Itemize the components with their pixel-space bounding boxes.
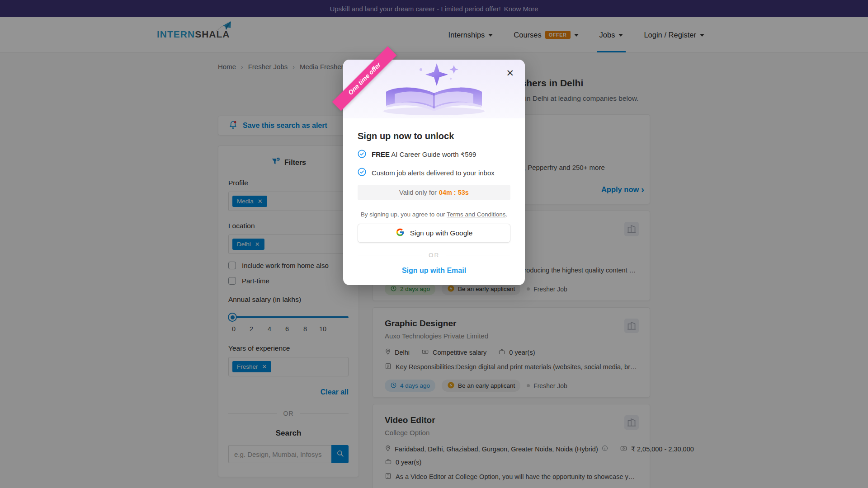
modal-title: Sign up now to unlock — [358, 131, 510, 141]
signup-modal: One time offer ✕ — [343, 60, 525, 285]
benefit-career-guide: FREE AI Career Guide worth ₹599 — [358, 150, 510, 160]
close-icon[interactable]: ✕ — [506, 68, 514, 79]
countdown-timer: 04m : 53s — [439, 189, 469, 196]
benefit-job-alerts: Custom job alerts delivered to your inbo… — [358, 168, 510, 178]
page: Upskill and land your dream career - Lim… — [0, 0, 868, 488]
modal-or-divider: OR — [358, 252, 510, 258]
terms-link[interactable]: Terms and Conditions — [447, 211, 506, 218]
terms-line: By signing up, you agree to our Terms an… — [358, 211, 510, 218]
google-signup-button[interactable]: Sign up with Google — [358, 224, 510, 243]
offer-timer-bar: Valid only for 04m : 53s — [358, 185, 510, 200]
email-signup-link[interactable]: Sign up with Email — [358, 267, 510, 275]
check-circle-icon — [358, 150, 366, 160]
google-icon — [396, 228, 405, 239]
check-circle-icon — [358, 168, 366, 178]
